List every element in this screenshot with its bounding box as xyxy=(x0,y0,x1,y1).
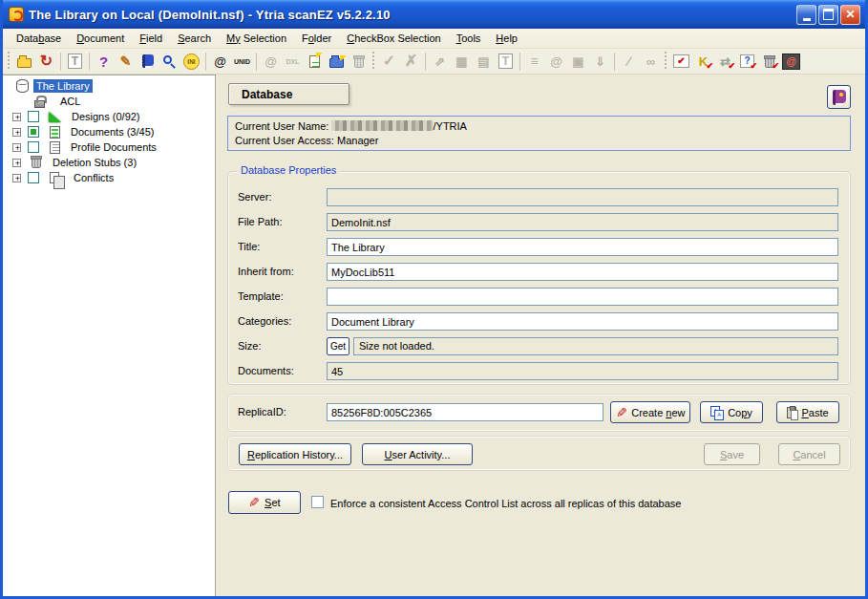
title-field[interactable] xyxy=(327,238,838,256)
menu-field[interactable]: Field xyxy=(132,31,170,47)
get-size-button[interactable]: Get xyxy=(327,337,349,355)
documents-label: Documents: xyxy=(238,365,294,376)
toolbar-grip[interactable] xyxy=(371,52,376,71)
minimize-button[interactable] xyxy=(796,5,816,25)
ini-file-icon[interactable]: INI xyxy=(180,51,202,72)
documents-icon xyxy=(50,126,60,139)
template-field[interactable] xyxy=(327,288,838,306)
replication-history-button[interactable]: Replication History... xyxy=(239,443,351,465)
red-pen-icon xyxy=(616,406,627,419)
help-book-button[interactable] xyxy=(827,85,851,109)
expand-plus-icon[interactable] xyxy=(12,159,21,167)
menu-tools[interactable]: Tools xyxy=(449,31,489,47)
checkbox-swap-icon[interactable]: ⇄✔ xyxy=(714,51,736,72)
menu-folder[interactable]: Folder xyxy=(294,31,339,47)
search-analyze-icon[interactable] xyxy=(159,51,180,72)
checkbox-help-icon[interactable]: ?✔ xyxy=(736,51,758,72)
navigation-tree: The Library ACL Designs (0/92) Documents… xyxy=(3,75,216,596)
refresh-icon[interactable]: ↻ xyxy=(35,51,57,72)
documents-checkbox[interactable] xyxy=(28,126,39,138)
copy-icon xyxy=(710,406,723,418)
profile-documents-checkbox[interactable] xyxy=(28,141,39,153)
panel-splitter[interactable] xyxy=(216,75,222,596)
checkbox-select-by-key-icon[interactable]: K✔ xyxy=(692,51,714,72)
documents-field[interactable] xyxy=(327,362,838,380)
tab-database[interactable]: Database xyxy=(228,83,349,105)
categories-field[interactable] xyxy=(327,312,838,331)
toolbar-separator xyxy=(89,53,90,71)
design-book-icon[interactable] xyxy=(137,51,159,72)
tree-item-documents[interactable]: Documents (3/45) xyxy=(68,125,157,139)
enforce-acl-checkbox[interactable] xyxy=(311,496,324,508)
toolbar-grip[interactable] xyxy=(7,52,11,71)
copy-document-icon: ▣ xyxy=(567,51,589,72)
designs-checkbox[interactable] xyxy=(28,111,39,122)
toolbar-grip[interactable] xyxy=(664,52,668,71)
copy-replica-button[interactable]: Copy xyxy=(700,401,763,423)
set-acl-button[interactable]: Set xyxy=(228,491,301,514)
folder-flag-icon[interactable] xyxy=(326,51,348,72)
expand-plus-icon[interactable] xyxy=(12,143,21,152)
enforce-acl-label: Enforce a consistent Access Control List… xyxy=(330,498,681,509)
create-new-replica-button[interactable]: Create new xyxy=(610,401,690,423)
expand-plus-icon[interactable] xyxy=(12,128,21,137)
expand-plus-icon[interactable] xyxy=(12,113,21,121)
tree-item-acl[interactable]: ACL xyxy=(57,95,83,108)
checkbox-select-icon[interactable]: ✔ xyxy=(670,51,692,72)
expand-plus-icon[interactable] xyxy=(12,174,21,182)
menu-search[interactable]: Search xyxy=(170,31,219,47)
current-user-infobox: Current User Name: /YTRIA Current User A… xyxy=(227,116,851,151)
menu-document[interactable]: Document xyxy=(69,31,132,47)
copy-formula-icon: @ xyxy=(260,51,282,72)
conflicts-checkbox[interactable] xyxy=(28,172,39,183)
page-setup-icon-glyph: ▤ xyxy=(477,55,489,68)
inherit-from-field[interactable] xyxy=(327,263,838,281)
edit-document-icon[interactable]: ✎ xyxy=(115,51,137,72)
compare-icon-glyph: ∞ xyxy=(646,55,655,68)
red-check-badge: ✔ xyxy=(750,62,757,71)
paste-replica-button[interactable]: Paste xyxy=(776,401,839,423)
copy-document-icon-glyph: ▣ xyxy=(572,55,583,68)
size-label: Size: xyxy=(238,340,261,352)
menu-checkbox-selection[interactable]: CheckBox Selection xyxy=(339,31,448,47)
checkbox-at-icon[interactable]: @ xyxy=(780,51,802,72)
tree-item-profile-documents[interactable]: Profile Documents xyxy=(68,140,159,154)
document-flag-icon[interactable] xyxy=(304,51,326,72)
refresh-icon-glyph: ↻ xyxy=(40,53,53,69)
tree-item-conflicts[interactable]: Conflicts xyxy=(71,171,116,184)
replica-id-field[interactable] xyxy=(327,403,603,421)
menu-my-selection[interactable]: My Selection xyxy=(219,31,294,47)
show-title-icon: T xyxy=(64,51,86,72)
profile-document-icon xyxy=(50,141,60,154)
paste-document-icon: ⇓ xyxy=(589,51,611,72)
goto-icon-glyph: ? xyxy=(99,54,108,69)
search-formula-icon[interactable]: @ xyxy=(209,51,231,72)
search-analyze-icon xyxy=(163,55,172,64)
checkbox-delete-icon[interactable]: ✔ xyxy=(758,51,780,72)
page-setup-icon: ▤ xyxy=(473,51,495,72)
open-database-icon[interactable] xyxy=(13,51,35,72)
tree-item-designs[interactable]: Designs (0/92) xyxy=(69,110,143,123)
clean-icon-glyph: ∕ xyxy=(627,54,629,68)
formula-icon: @ xyxy=(545,51,567,72)
database-icon xyxy=(16,79,29,93)
copy-label: Copy xyxy=(728,407,752,418)
tree-item-deletion-stubs[interactable]: Deletion Stubs (3) xyxy=(50,156,139,169)
replication-history-label: Replication History... xyxy=(247,449,343,460)
user-activity-button[interactable]: User Activity... xyxy=(362,443,473,465)
toolbar-separator xyxy=(425,53,426,71)
search-unid-icon[interactable]: UNID xyxy=(231,51,253,72)
goto-icon[interactable]: ? xyxy=(93,51,115,72)
menu-database[interactable]: Database xyxy=(9,31,69,47)
tree-row-deletion-stubs: Deletion Stubs (3) xyxy=(12,155,215,170)
title-bar[interactable]: The Library on Local (DemoInit.nsf) - Yt… xyxy=(3,0,865,29)
close-button[interactable] xyxy=(840,5,860,25)
maximize-button[interactable] xyxy=(818,5,838,25)
tree-item-the-library[interactable]: The Library xyxy=(33,79,93,93)
set-label: Set xyxy=(265,497,281,508)
group-title: Database Properties xyxy=(237,164,340,176)
menu-help[interactable]: Help xyxy=(488,31,525,47)
cancel-label: Cancel xyxy=(793,449,825,460)
current-user-access-value: Manager xyxy=(337,135,378,146)
file-path-field[interactable] xyxy=(327,213,838,231)
